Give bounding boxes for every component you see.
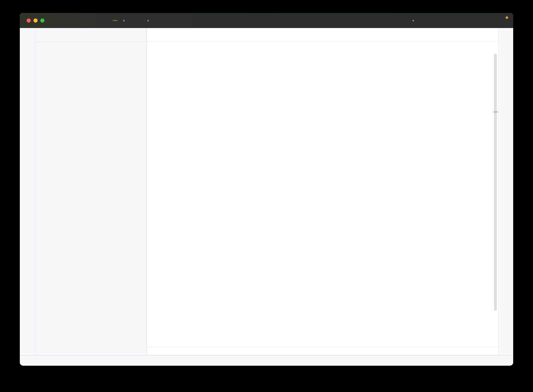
editor-breadcrumb[interactable]	[147, 347, 498, 355]
docker-icon	[400, 17, 406, 24]
editor-scrollbar[interactable]	[494, 54, 497, 311]
chevron-down-icon: ▾	[412, 19, 414, 23]
explorer-tree	[35, 56, 147, 355]
desktop: ▾ ▾ ▾	[0, 0, 533, 392]
close-window-button[interactable]	[27, 18, 31, 23]
run-config-selector[interactable]: ▾	[400, 17, 414, 24]
window-controls	[27, 18, 44, 23]
more-actions-button[interactable]	[450, 17, 457, 24]
debug-button[interactable]	[435, 17, 443, 24]
amplicode-explorer-panel	[35, 28, 147, 355]
editor-tabs	[147, 28, 498, 41]
panel-toolbar	[35, 42, 147, 56]
chevron-down-icon: ▾	[147, 19, 149, 23]
panel-title	[35, 28, 147, 42]
branch-icon	[136, 17, 142, 24]
chevron-down-icon: ▾	[123, 19, 125, 23]
settings-notification-dot	[506, 16, 508, 19]
zoom-window-button[interactable]	[40, 18, 44, 23]
minimize-window-button[interactable]	[33, 18, 38, 23]
search-everywhere-button[interactable]	[486, 17, 493, 24]
settings-button[interactable]	[500, 17, 508, 24]
branch-widget[interactable]: ▾	[136, 17, 149, 24]
project-widget[interactable]: ▾	[113, 19, 125, 23]
left-tool-stripe	[20, 28, 35, 355]
vcs-changes-badge	[113, 20, 118, 21]
status-bar	[20, 355, 513, 366]
editor-area	[147, 28, 498, 355]
main-content	[20, 28, 513, 355]
titlebar: ▾ ▾ ▾	[20, 13, 513, 28]
ide-window: ▾ ▾ ▾	[20, 13, 513, 366]
titlebar-actions: ▾	[400, 17, 513, 24]
code-editor[interactable]	[147, 41, 498, 347]
error-stripe-mark[interactable]	[493, 111, 498, 112]
right-tool-stripe	[498, 28, 513, 355]
run-button[interactable]	[421, 17, 428, 24]
